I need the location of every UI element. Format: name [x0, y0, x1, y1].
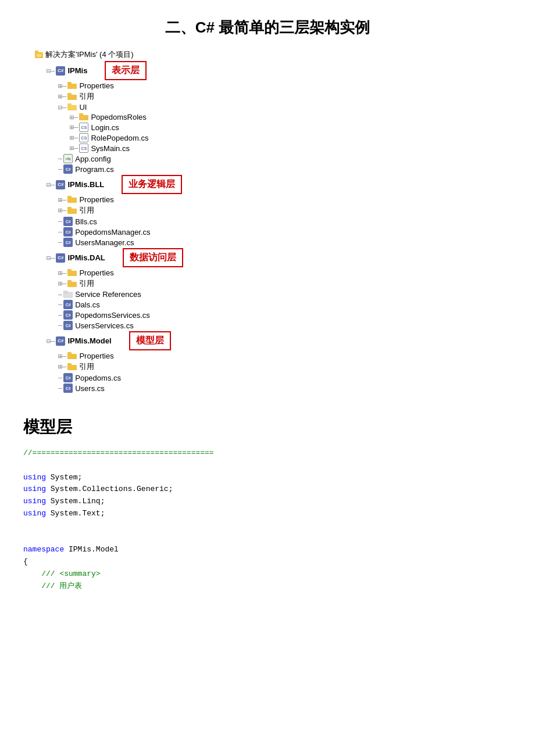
ipmis-rolepopedom: ⊞– CS RolePopedom.cs — [70, 133, 512, 142]
svg-rect-16 — [67, 269, 72, 271]
csharp-icon-dal: C# — [56, 253, 65, 263]
svg-rect-13 — [67, 209, 77, 214]
code-line-using4: using System.Text; — [23, 508, 512, 520]
bll-blls: – C# Blls.cs — [58, 217, 512, 226]
bll-usersmanager: – C# UsersManager.cs — [58, 238, 512, 247]
folder-icon — [67, 352, 77, 360]
solution-root: 解决方案'IPMis' (4 个项目) — [35, 49, 512, 60]
code-line-blank3 — [23, 532, 512, 544]
folder-icon — [67, 207, 77, 214]
svg-rect-10 — [79, 113, 83, 116]
folder-icon — [67, 196, 77, 203]
svg-rect-19 — [63, 292, 73, 298]
dal-popedomsservices-label: PopedomsServices.cs — [75, 311, 150, 320]
code-line-summary-open: /// <summary> — [23, 568, 512, 581]
cs-file-icon: CS — [79, 144, 88, 153]
ipmis-login-label: Login.cs — [91, 123, 119, 132]
ipmis-sysmain: ⊞– CS SysMain.cs — [70, 144, 512, 153]
cs-icon: C# — [63, 384, 73, 393]
ipmis-program-label: Program.cs — [75, 165, 113, 174]
bll-ref-label: 引用 — [79, 205, 94, 216]
ipmis-popedoms-roles: ⊞– PopedomsRoles — [70, 113, 512, 121]
dal-properties-label: Properties — [79, 268, 113, 277]
svg-rect-1 — [35, 51, 38, 53]
folder-icon — [67, 82, 77, 89]
dal-usersservices: – C# UsersServices.cs — [58, 321, 512, 330]
project-ipmis-label[interactable]: IPMis — [67, 66, 87, 75]
project-bll-label[interactable]: IPMis.BLL — [67, 180, 104, 189]
using-keyword: using — [23, 497, 46, 506]
code-line-using3: using System.Linq; — [23, 496, 512, 508]
folder-open-icon — [67, 103, 77, 111]
summary-open-text: /// <summary> — [23, 569, 101, 578]
svg-rect-14 — [67, 207, 72, 209]
using-keyword: using — [23, 485, 46, 493]
dal-ref-label: 引用 — [79, 278, 94, 289]
project-model-row: ⊟– C# IPMis.Model 模型层 — [47, 331, 512, 350]
svg-rect-6 — [67, 93, 72, 95]
namespace-value: IPMis.Model — [64, 545, 119, 554]
cs-icon: C# — [63, 217, 73, 226]
svg-rect-7 — [67, 105, 77, 110]
cs-icon: C# — [63, 310, 73, 320]
ipmis-properties: ⊞– Properties — [58, 81, 512, 90]
ipmis-ui: ⊟– UI — [58, 103, 512, 112]
bll-blls-label: Blls.cs — [75, 217, 97, 226]
cs-icon: C# — [63, 321, 73, 330]
folder-icon — [67, 363, 77, 371]
cs-icon: C# — [63, 300, 73, 309]
svg-rect-12 — [67, 196, 72, 198]
model-section: 模型层 //==================================… — [23, 416, 512, 593]
using-text: System.Text; — [46, 509, 105, 518]
cs-icon: C# — [63, 227, 73, 237]
code-line-blank1 — [23, 460, 512, 472]
code-line-using1: using System; — [23, 472, 512, 484]
svg-rect-8 — [67, 103, 72, 106]
model-users-label: Users.cs — [75, 384, 105, 393]
bll-properties: ⊞– Properties — [58, 195, 512, 204]
model-section-title: 模型层 — [23, 416, 512, 438]
project-dal-label[interactable]: IPMis.DAL — [67, 253, 105, 262]
model-properties: ⊞– Properties — [58, 352, 512, 360]
svg-rect-17 — [67, 282, 77, 287]
svg-rect-23 — [67, 365, 77, 370]
csharp-icon-ipmis: C# — [56, 66, 65, 76]
code-line-using2: using System.Collections.Generic; — [23, 483, 512, 496]
svg-rect-18 — [67, 280, 72, 282]
ipmis-ref-label: 引用 — [79, 91, 94, 102]
dal-service-references: – Service References — [58, 290, 512, 299]
open-brace: { — [23, 557, 28, 566]
svg-rect-4 — [67, 82, 72, 84]
code-line-blank2 — [23, 520, 512, 532]
badge-dal: 数据访问层 — [123, 248, 183, 267]
svg-rect-20 — [63, 291, 67, 293]
svg-rect-21 — [67, 354, 77, 359]
csharp-icon-model: C# — [56, 336, 65, 346]
code-line-namespace: namespace IPMis.Model — [23, 544, 512, 556]
cs-file-icon: CS — [79, 133, 88, 142]
bll-popedomsmanager: – C# PopedomsManager.cs — [58, 227, 512, 237]
folder-icon — [67, 93, 77, 101]
using-collections: System.Collections.Generic; — [46, 485, 173, 493]
page-title: 二、C# 最简单的三层架构实例 — [23, 17, 512, 38]
dal-ref: ⊞– 引用 — [58, 278, 512, 289]
using-keyword: using — [23, 473, 46, 482]
badge-bll: 业务逻辑层 — [122, 175, 182, 194]
svg-rect-9 — [79, 115, 88, 120]
svg-rect-15 — [67, 271, 77, 276]
cs-file-icon: CS — [79, 123, 88, 132]
model-users: – C# Users.cs — [58, 384, 512, 393]
model-popedoms-label: Popedoms.cs — [75, 374, 121, 382]
model-properties-label: Properties — [79, 352, 113, 360]
code-line-summary-content: /// 用户表 — [23, 581, 512, 593]
model-ref: ⊞– 引用 — [58, 361, 512, 372]
cs-icon: C# — [63, 164, 73, 174]
project-model-label[interactable]: IPMis.Model — [67, 336, 111, 345]
using-system: System; — [46, 473, 82, 482]
badge-model: 模型层 — [129, 331, 171, 350]
config-icon: cfg — [63, 154, 73, 163]
ipmis-ref: ⊞– 引用 — [58, 91, 512, 102]
service-ref-icon — [63, 291, 73, 298]
svg-rect-22 — [67, 352, 72, 354]
using-linq: System.Linq; — [46, 497, 105, 506]
